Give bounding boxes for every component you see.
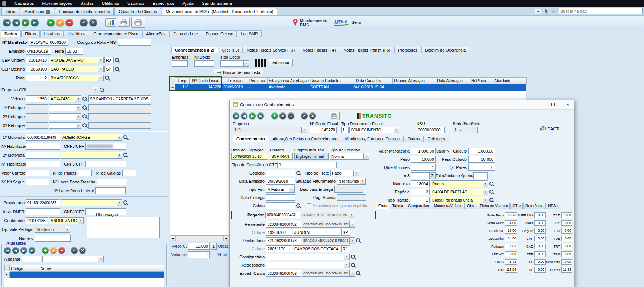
table-header-cell[interactable]: Nome xyxy=(39,265,164,272)
sum-button[interactable] xyxy=(430,172,436,179)
ftab-tabela[interactable]: Tabela xyxy=(390,203,405,209)
peso-field[interactable] xyxy=(411,156,436,163)
dropdown-button[interactable] xyxy=(117,134,122,141)
table-header-cell[interactable]: Data Cadastro xyxy=(344,77,393,84)
exped-carga-codigo-field[interactable] xyxy=(266,270,301,277)
first-record-button[interactable] xyxy=(4,247,11,254)
conferente-nome-combo[interactable] xyxy=(49,217,78,224)
search-icon[interactable] xyxy=(356,271,361,276)
modal-titlebar[interactable]: Consulta de Conhecimentos — × xyxy=(230,100,574,110)
delete-button[interactable] xyxy=(58,247,65,254)
motorista1-codigo-field[interactable] xyxy=(26,134,60,141)
freight-value-field[interactable]: 4,00 xyxy=(505,220,517,226)
search-icon[interactable] xyxy=(296,203,301,209)
table-header-cell[interactable]: Emissão xyxy=(222,77,248,84)
hora-field[interactable] xyxy=(65,48,83,55)
dropdown-button[interactable] xyxy=(344,254,350,260)
ftab-nfse[interactable]: NFSe xyxy=(546,203,560,209)
dropdown-button[interactable] xyxy=(243,60,249,67)
freight-value-field[interactable]: 0,00 xyxy=(534,259,546,265)
ptab-espaco-ocioso[interactable]: Espaço Ocioso xyxy=(202,30,237,37)
search-icon[interactable] xyxy=(489,198,495,203)
destinatario-combo[interactable] xyxy=(302,237,349,244)
motorista2-codigo-field[interactable] xyxy=(26,152,60,159)
origem-inclusao-field[interactable] xyxy=(294,153,329,160)
dropdown-button[interactable] xyxy=(394,127,399,133)
destinatario-codigo-field[interactable] xyxy=(266,237,301,244)
freight-value-field[interactable]: 0,00 xyxy=(534,236,546,241)
last-record-button[interactable] xyxy=(257,112,264,119)
empresa-gris-combo[interactable] xyxy=(49,87,93,93)
confirm-button[interactable] xyxy=(71,247,78,254)
last-record-button[interactable] xyxy=(31,19,39,26)
dropdown-button[interactable] xyxy=(301,127,307,133)
dropdown-button[interactable] xyxy=(353,170,359,176)
next-record-button[interactable] xyxy=(20,247,27,254)
dropdown-button[interactable] xyxy=(117,152,122,159)
valor-mercadoria-field[interactable] xyxy=(411,148,436,154)
freight-value-field[interactable]: 16,00 xyxy=(505,228,517,234)
motorista1-cnpj-field[interactable] xyxy=(85,143,126,150)
scroll-right-button[interactable]: ▶ xyxy=(223,236,229,241)
tolerancia-field[interactable] xyxy=(473,172,488,179)
dropdown-button[interactable] xyxy=(483,189,488,195)
reboque2-combo[interactable] xyxy=(49,113,76,120)
rota-rms-field[interactable] xyxy=(118,39,151,46)
dropdown-button[interactable] xyxy=(98,57,104,63)
prev-record-button[interactable] xyxy=(12,19,20,26)
proprietario-codigo-field[interactable] xyxy=(26,199,60,206)
edit-button[interactable] xyxy=(50,247,57,254)
table-row[interactable]: ▶ xyxy=(4,272,164,278)
ftab-comparativo[interactable]: Comparativo xyxy=(406,203,431,209)
dropdown-button[interactable] xyxy=(289,186,295,193)
numero-field[interactable] xyxy=(35,235,71,242)
table-header-cell[interactable]: Nº Docto Fiscal xyxy=(190,77,222,84)
m3-field[interactable] xyxy=(411,172,430,179)
tipo-fat-combo[interactable] xyxy=(266,186,289,193)
page-search-input[interactable] xyxy=(559,8,643,14)
adicionar-button[interactable]: Adicionar xyxy=(269,59,293,66)
mtab-outros[interactable]: Outros xyxy=(404,136,424,142)
dropdown-button[interactable] xyxy=(76,113,81,120)
search-icon[interactable] xyxy=(82,114,88,120)
cidade-destinatario-codigo-field[interactable] xyxy=(266,245,292,252)
print-button[interactable] xyxy=(118,18,130,27)
dtab-nf-servico[interactable]: Notas Fiscais Serviço (F3) xyxy=(243,47,298,53)
prev-record-button[interactable] xyxy=(241,112,247,119)
tipo-doc-codigo-field[interactable] xyxy=(341,127,349,133)
rota-codigo-field[interactable] xyxy=(26,75,48,81)
table-header-cell[interactable]: Situação da Averbação xyxy=(268,77,309,84)
freight-value-field[interactable]: 34,00 xyxy=(505,236,517,241)
tipo-emissao-combo[interactable] xyxy=(330,153,363,160)
natureza-combo[interactable] xyxy=(431,180,483,187)
valor-nf-field[interactable] xyxy=(468,148,495,154)
tipo-emissao-cte-field[interactable] xyxy=(277,162,337,168)
dropdown-button[interactable] xyxy=(76,95,81,102)
dias-entrega-field[interactable] xyxy=(334,186,363,193)
emissao-field[interactable] xyxy=(26,48,51,55)
cep-origem-field[interactable] xyxy=(26,57,48,63)
ptab-log-smp[interactable]: Log SMP xyxy=(237,30,261,37)
table-header-cell[interactable]: Emp xyxy=(175,77,190,84)
motorista2-nome-combo[interactable] xyxy=(61,152,117,159)
dtab-conhecimentos[interactable]: Conhecimentos (F2) xyxy=(171,47,218,53)
dropdown-button[interactable] xyxy=(98,66,104,72)
cotacao-field[interactable] xyxy=(266,170,295,176)
reboque3-codigo-field[interactable] xyxy=(26,122,48,129)
tab-overflow-button[interactable]: ▾ xyxy=(535,9,541,14)
cep-destino-field[interactable] xyxy=(26,66,48,72)
confirm-button[interactable] xyxy=(80,19,88,26)
mtab-conhecimento[interactable]: Conhecimento xyxy=(233,136,268,142)
motorista2-cnpj-field[interactable] xyxy=(85,161,126,167)
ftab-motorista-veiculo[interactable]: Motorista/Veículo xyxy=(432,203,465,209)
buscar-lista-button[interactable]: Buscar de uma Lista xyxy=(214,69,263,76)
veiculo-codigo-field[interactable] xyxy=(26,95,48,102)
dropdown-button[interactable] xyxy=(76,122,81,129)
table-header-cell[interactable]: Data Alteração xyxy=(430,77,470,84)
freight-value-field[interactable]: 18,75 xyxy=(505,212,517,218)
dtab-crt[interactable]: CRT (F5) xyxy=(219,47,243,53)
tab-cadastro-clientes[interactable]: Cadastro de Clientes xyxy=(114,8,161,15)
freight-value-field[interactable]: 0,00 xyxy=(505,251,517,257)
first-record-button[interactable] xyxy=(233,112,239,119)
table-header-cell[interactable]: Usuário Cadastro xyxy=(309,77,344,84)
